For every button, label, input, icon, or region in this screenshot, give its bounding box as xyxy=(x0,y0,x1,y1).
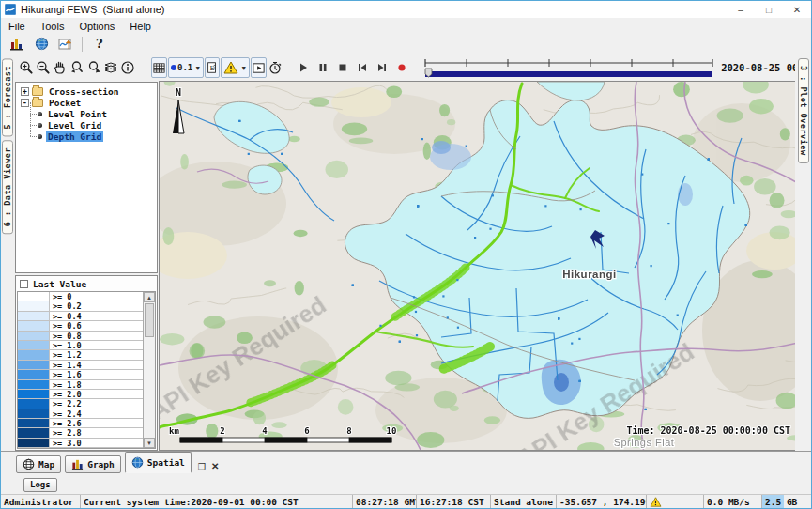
tree-node-depth-grid[interactable]: Depth Grid xyxy=(20,131,157,142)
spatial-display-icon[interactable] xyxy=(33,36,50,53)
grid-display-button[interactable] xyxy=(151,57,167,78)
legend-class-row[interactable]: >= 2.8 xyxy=(18,428,155,438)
legend-class-row[interactable]: >= 2.2 xyxy=(18,399,155,409)
legend-class-label: >= 0.2 xyxy=(50,301,82,310)
last-value-checkbox[interactable] xyxy=(20,280,28,288)
legend-class-label: >= 2.0 xyxy=(50,390,82,398)
tab-forecast[interactable]: 5 : Forecast xyxy=(2,58,13,136)
status-alerts[interactable] xyxy=(646,495,703,508)
transport-controls xyxy=(293,60,411,76)
legend-class-row[interactable]: >= 0.6 xyxy=(18,321,155,331)
menu-options[interactable]: Options xyxy=(71,20,122,33)
go-to-end-button[interactable] xyxy=(374,60,390,76)
pan-hand-icon[interactable] xyxy=(52,57,69,78)
legend-class-row[interactable]: >= 0 xyxy=(18,292,155,301)
svg-text:2: 2 xyxy=(220,426,224,436)
tree-connector xyxy=(25,108,38,119)
layers-icon[interactable] xyxy=(102,57,119,78)
svg-text:N: N xyxy=(176,87,181,98)
tree-node-cross-section[interactable]: +Cross-section xyxy=(20,85,157,97)
legend-class-label: >= 1.4 xyxy=(50,361,82,369)
status-local-time: 16:27:18 CST xyxy=(416,495,490,508)
filter-tree: +Cross-section-PocketLevel PointLevel Gr… xyxy=(15,82,158,273)
legend-scrollbar[interactable]: ▲ ▼ xyxy=(143,292,155,448)
menu-bar: FileToolsOptionsHelp xyxy=(1,18,811,34)
zoom-next-icon[interactable] xyxy=(85,57,102,78)
legend-color-swatch xyxy=(18,399,50,408)
help-button[interactable]: ? xyxy=(96,37,103,51)
legend-class-row[interactable]: >= 1.0 xyxy=(18,341,155,350)
play-button[interactable] xyxy=(295,60,311,76)
panel-tab-graph[interactable]: Graph xyxy=(65,455,121,473)
tree-node-pocket[interactable]: -Pocket xyxy=(20,97,157,108)
bullet-icon xyxy=(38,134,42,139)
pause-button[interactable] xyxy=(314,60,330,76)
close-button[interactable]: ✕ xyxy=(783,1,811,18)
zoom-in-icon[interactable] xyxy=(18,57,35,78)
labels-button[interactable]: E xyxy=(205,57,220,78)
panel-tab-map[interactable]: Map xyxy=(16,455,61,473)
tree-expander-icon[interactable]: - xyxy=(21,99,29,107)
legend-class-label: >= 0.8 xyxy=(50,332,82,340)
legend-color-swatch xyxy=(18,409,50,418)
legend-class-row[interactable]: >= 3.0 xyxy=(18,439,155,448)
legend-class-row[interactable]: >= 2.0 xyxy=(18,390,155,399)
legend-class-row[interactable]: >= 2.4 xyxy=(18,409,155,419)
scroll-down-icon[interactable]: ▼ xyxy=(144,438,155,448)
scrollbar-thumb[interactable] xyxy=(145,303,154,337)
panel-tab-spatial[interactable]: Spatial xyxy=(125,452,192,473)
tab-data-viewer[interactable]: 6 : Data Viewer xyxy=(2,140,13,234)
globe-wire-icon xyxy=(23,458,35,470)
zoom-previous-icon[interactable] xyxy=(69,57,85,78)
info-icon[interactable] xyxy=(119,57,136,78)
legend-class-label: >= 1.2 xyxy=(50,350,82,359)
tree-node-label: Depth Grid xyxy=(46,131,103,142)
menu-file[interactable]: File xyxy=(1,20,33,33)
tree-node-level-grid[interactable]: Level Grid xyxy=(20,119,157,131)
legend-class-label: >= 2.2 xyxy=(50,399,82,408)
panel-tab-label: Spatial xyxy=(147,457,185,468)
status-gmt-time: 08:27:18 GMT xyxy=(352,495,416,508)
legend-class-row[interactable]: >= 1.6 xyxy=(18,370,155,379)
legend-class-label: >= 1.0 xyxy=(50,341,82,349)
timeline-slider[interactable] xyxy=(422,55,715,80)
legend-class-row[interactable]: >= 0.4 xyxy=(18,312,155,321)
legend-class-label: >= 0.4 xyxy=(50,312,82,320)
map-toolbar: 0.1 ▼ E ▼ xyxy=(14,54,795,81)
legend-class-row[interactable]: >= 2.6 xyxy=(18,419,155,428)
menu-tools[interactable]: Tools xyxy=(33,20,72,33)
thresholds-warning-dropdown[interactable]: ▼ xyxy=(221,57,250,78)
stop-button[interactable] xyxy=(334,60,350,76)
legend-class-label: >= 1.8 xyxy=(50,380,82,389)
close-panel-icon[interactable]: ✕ xyxy=(211,461,219,471)
animation-button[interactable] xyxy=(251,57,267,78)
app-window: Hikurangi FEWS (Stand alone) – □ ✕ FileT… xyxy=(0,0,812,509)
maximize-button[interactable]: □ xyxy=(755,1,783,18)
legend-class-row[interactable]: >= 0.2 xyxy=(18,301,155,311)
contour-threshold-dropdown[interactable]: 0.1 ▼ xyxy=(168,57,204,78)
tree-expander-icon[interactable]: + xyxy=(21,87,29,96)
zoom-out-icon[interactable] xyxy=(35,57,52,78)
legend-color-swatch xyxy=(18,361,50,369)
record-button[interactable] xyxy=(393,60,409,76)
tab-plot-overview[interactable]: 3 : Plot Overview xyxy=(798,58,809,163)
legend-class-row[interactable]: >= 0.8 xyxy=(18,332,155,341)
tree-node-level-point[interactable]: Level Point xyxy=(20,108,157,119)
timer-icon[interactable] xyxy=(267,57,283,78)
minimize-button[interactable]: – xyxy=(727,1,755,18)
legend-class-row[interactable]: >= 1.8 xyxy=(18,380,155,390)
explorer-icon[interactable] xyxy=(8,36,25,53)
go-to-start-button[interactable] xyxy=(354,60,370,76)
timeseries-dialog-icon[interactable] xyxy=(57,36,74,53)
undock-panel-icon[interactable]: ❒ xyxy=(198,462,206,471)
app-logo-icon xyxy=(5,4,16,15)
legend-color-swatch xyxy=(18,350,50,359)
legend-class-row[interactable]: >= 1.2 xyxy=(18,350,155,360)
scroll-up-icon[interactable]: ▲ xyxy=(144,292,155,302)
map-canvas[interactable]: API Key Required API Key Required xyxy=(159,81,795,451)
logs-button[interactable]: Logs xyxy=(23,478,57,492)
legend-class-label: >= 2.6 xyxy=(50,419,82,427)
menu-help[interactable]: Help xyxy=(122,20,159,33)
legend-class-row[interactable]: >= 1.4 xyxy=(18,361,155,370)
legend-class-row[interactable]: >= 3.2 xyxy=(18,448,155,449)
